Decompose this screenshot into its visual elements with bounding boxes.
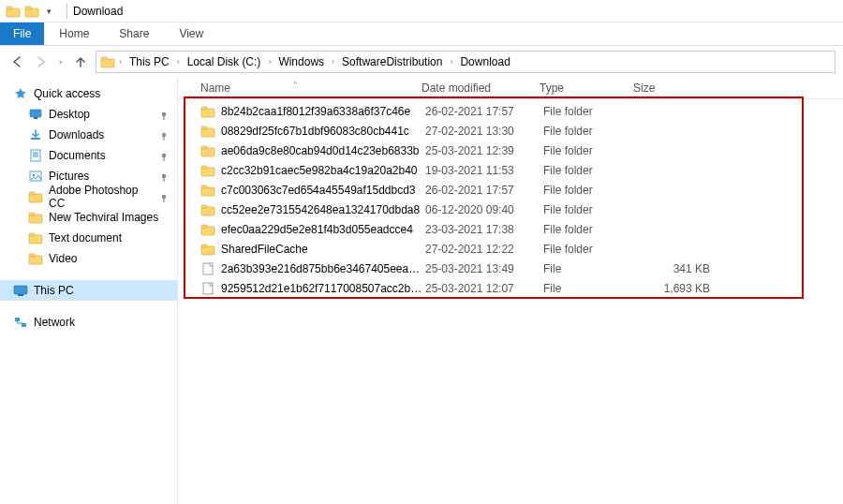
file-name: cc52ee2e7315542648ea1324170dbda8 (221, 203, 425, 216)
file-row[interactable]: SharedFileCache27-02-2021 12:22File fold… (178, 239, 843, 259)
file-date: 25-03-2021 12:39 (425, 144, 543, 157)
star-icon (13, 86, 28, 101)
sidebar-network[interactable]: Network (0, 312, 177, 333)
sidebar-item-label: Video (49, 252, 77, 265)
chevron-right-icon[interactable]: › (448, 57, 454, 67)
window-title: Download (73, 5, 123, 18)
folder-icon (200, 202, 215, 217)
file-icon (200, 281, 215, 296)
chevron-right-icon[interactable]: › (266, 57, 273, 67)
file-row[interactable]: 2a63b393e216d875bb6e3467405eea5e56c...25… (178, 259, 843, 278)
file-name: c2cc32b91caec5e982ba4c19a20a2b40 (221, 164, 425, 177)
sidebar-item-label: Pictures (49, 170, 89, 183)
column-date[interactable]: Date modified (422, 82, 540, 95)
folder-icon (200, 242, 215, 257)
chevron-right-icon[interactable]: › (330, 57, 336, 67)
file-size: 341 KB (637, 262, 721, 275)
sidebar-item[interactable]: Adobe Photoshop CC (0, 186, 177, 207)
pictures-icon (28, 169, 43, 184)
column-type[interactable]: Type (540, 82, 633, 95)
documents-icon (28, 148, 43, 163)
sidebar-item-label: Text document (49, 231, 122, 245)
file-row[interactable]: 8b24b2caa1f8012f39a6338a6f37c46e26-02-20… (178, 101, 843, 121)
up-button[interactable] (71, 52, 90, 71)
pin-icon (156, 191, 168, 202)
sidebar-item-label: Documents (49, 149, 106, 162)
breadcrumb-item[interactable]: SoftwareDistribution (338, 53, 446, 70)
file-name: 8b24b2caa1f8012f39a6338a6f37c46e (221, 105, 425, 118)
sidebar-item[interactable]: Desktop (0, 104, 177, 125)
folder-icon (6, 4, 21, 19)
file-date: 06-12-2020 09:40 (425, 203, 543, 216)
pin-icon (156, 129, 168, 141)
back-button[interactable] (7, 52, 26, 71)
breadcrumb-item[interactable]: Windows (274, 53, 328, 70)
file-type: File folder (543, 184, 637, 197)
file-row[interactable]: efec0aa229d5e2e81f4b3d055eadcce423-03-20… (178, 219, 843, 239)
file-row[interactable]: 9259512d21e1b62f7117008507acc2b972f7...2… (178, 278, 843, 298)
forward-button[interactable] (32, 52, 51, 71)
file-name: 08829df25fc67b1dbf96083c80cb441c (221, 125, 425, 138)
file-type: File folder (543, 125, 637, 138)
ribbon-tabs: File Home Share View (0, 22, 843, 46)
monitor-icon (13, 283, 28, 298)
address-bar[interactable]: › This PC › Local Disk (C:) › Windows › … (96, 51, 836, 73)
desktop-icon (28, 107, 43, 122)
sidebar-quick-access[interactable]: Quick access (0, 83, 177, 104)
tab-view[interactable]: View (164, 22, 218, 45)
file-date: 25-03-2021 12:07 (425, 282, 543, 295)
sidebar-item[interactable]: New Techviral Images (0, 207, 177, 228)
main-split: Quick access DesktopDownloadsDocumentsPi… (0, 78, 843, 504)
pin-icon (156, 170, 168, 182)
file-size: 1,693 KB (637, 282, 721, 295)
breadcrumb-item[interactable]: Local Disk (C:) (184, 53, 265, 70)
sidebar-item-label: Adobe Photoshop CC (49, 184, 151, 210)
folder-icon (28, 251, 43, 266)
file-type: File (543, 282, 637, 295)
folder-icon (100, 54, 115, 69)
sidebar-item[interactable]: Text document (0, 228, 177, 248)
folder-icon (200, 104, 215, 119)
file-date: 19-03-2021 11:53 (425, 164, 543, 177)
breadcrumb-item[interactable]: Download (456, 53, 513, 70)
sidebar-item-label: Desktop (49, 108, 90, 121)
file-type: File folder (543, 203, 637, 216)
tab-share[interactable]: Share (104, 22, 164, 45)
file-type: File (543, 262, 637, 275)
file-list-pane: Name⌃ Date modified Type Size 8b24b2caa1… (178, 78, 843, 504)
sidebar-item-label: Downloads (49, 128, 104, 141)
sidebar-item[interactable]: Video (0, 248, 177, 269)
file-row[interactable]: c2cc32b91caec5e982ba4c19a20a2b4019-03-20… (178, 160, 843, 180)
breadcrumb-item[interactable]: This PC (126, 53, 173, 70)
file-row[interactable]: ae06da9c8e80cab94d0d14c23eb6833b25-03-20… (178, 141, 843, 160)
file-name: SharedFileCache (221, 243, 425, 256)
chevron-right-icon[interactable]: › (175, 57, 182, 67)
pin-icon (156, 150, 168, 161)
sidebar-item[interactable]: Documents (0, 145, 177, 166)
sort-indicator-icon: ⌃ (292, 81, 299, 89)
file-name: 9259512d21e1b62f7117008507acc2b972f7... (221, 282, 425, 295)
file-date: 25-03-2021 13:49 (425, 262, 543, 275)
tab-file[interactable]: File (0, 22, 44, 45)
folder-icon (200, 143, 215, 158)
column-name[interactable]: Name⌃ (200, 82, 422, 95)
sidebar-item[interactable]: Downloads (0, 125, 177, 145)
file-row[interactable]: c7c003063c7ed654a45549af15ddbcd326-02-20… (178, 180, 843, 200)
file-row[interactable]: 08829df25fc67b1dbf96083c80cb441c27-02-20… (178, 121, 843, 141)
chevron-right-icon[interactable]: › (117, 57, 124, 67)
file-date: 27-02-2021 13:30 (425, 125, 543, 138)
recent-dropdown[interactable]: ▾ (56, 52, 66, 71)
file-type: File folder (543, 144, 637, 157)
sidebar-this-pc[interactable]: This PC (0, 280, 177, 301)
network-icon (13, 315, 28, 330)
navigation-pane: Quick access DesktopDownloadsDocumentsPi… (0, 78, 178, 504)
sidebar-item-label: New Techviral Images (49, 211, 158, 224)
folder-icon (28, 230, 43, 245)
quick-access-toolbar-dropdown[interactable]: ▾ (43, 7, 55, 16)
file-row[interactable]: cc52ee2e7315542648ea1324170dbda806-12-20… (178, 200, 843, 219)
file-icon (200, 261, 215, 276)
titlebar: ▾ Download (0, 0, 843, 22)
column-size[interactable]: Size (633, 82, 717, 95)
tab-home[interactable]: Home (44, 22, 104, 45)
file-type: File folder (543, 243, 637, 256)
